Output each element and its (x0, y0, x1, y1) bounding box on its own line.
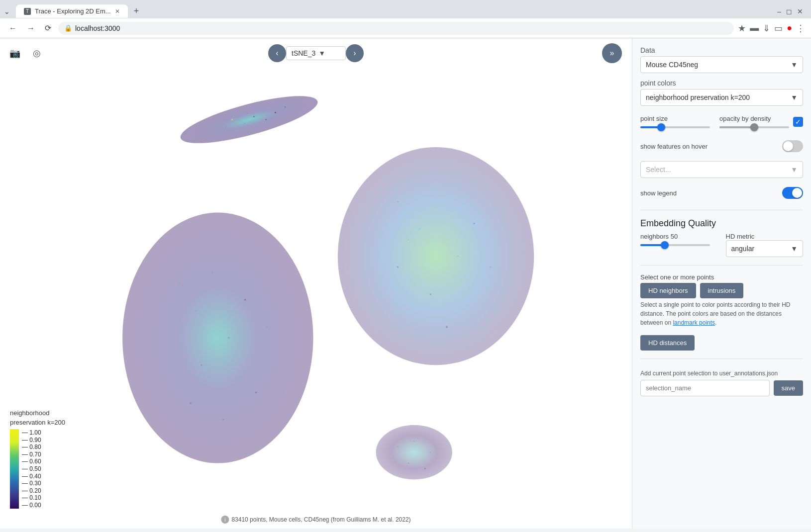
data-label: Data (640, 46, 803, 54)
svg-point-37 (430, 451, 431, 453)
point-size-slider[interactable] (640, 126, 710, 128)
svg-point-28 (473, 223, 475, 224)
neighbors-row: neighbors 50 HD metric angular ▼ (640, 233, 803, 257)
features-chevron-icon: ▼ (791, 166, 798, 174)
point-size-label: point size (640, 115, 710, 122)
svg-point-34 (376, 425, 452, 480)
tab-expand-icon[interactable]: ⌄ (4, 7, 10, 15)
features-placeholder: Select... (646, 166, 671, 174)
svg-point-29 (430, 294, 431, 295)
fast-forward-button[interactable]: » (602, 43, 622, 63)
save-button[interactable]: save (774, 380, 803, 396)
embedding-value: tSNE_3 (292, 49, 315, 57)
screenshot-button[interactable]: 📷 (6, 44, 24, 62)
menu-icon[interactable]: ⋮ (796, 23, 805, 34)
save-row: save (640, 380, 803, 396)
add-selection-label: Add current point selection to user_anno… (640, 369, 803, 378)
opacity-label: opacity by density (719, 115, 789, 122)
point-action-buttons: HD neighbors intrusions (640, 283, 803, 298)
active-tab[interactable]: T Trace - Exploring 2D Em... ✕ (16, 4, 128, 18)
svg-point-39 (424, 468, 426, 469)
legend-gradient-bar (10, 429, 19, 509)
reload-button[interactable]: ⟳ (42, 21, 54, 35)
svg-point-14 (196, 310, 197, 311)
new-tab-button[interactable]: + (130, 4, 143, 18)
status-bar: i 83410 points, Mouse cells, CD45neg (fr… (221, 516, 410, 524)
legend-val-040: — 0.40 (22, 473, 41, 480)
selection-name-input[interactable] (640, 380, 770, 396)
url-text: localhost:3000 (75, 24, 728, 32)
extensions-icon[interactable]: ▬ (750, 23, 759, 33)
forward-button[interactable]: → (24, 22, 38, 35)
hd-neighbors-button[interactable]: HD neighbors (640, 283, 696, 298)
svg-point-22 (266, 327, 267, 328)
divider-1 (640, 210, 803, 210)
svg-point-32 (446, 326, 447, 328)
show-legend-label: show legend (640, 189, 677, 197)
svg-point-16 (228, 337, 229, 338)
neighbors-slider[interactable] (640, 244, 710, 246)
svg-point-30 (397, 266, 399, 268)
legend-val-030: — 0.30 (22, 480, 41, 487)
legend-title-line2: preservation k=200 (10, 419, 65, 426)
opacity-slider[interactable] (719, 126, 789, 128)
embedding-dropdown[interactable]: tSNE_3 ▼ (286, 46, 346, 60)
profile-icon[interactable]: ▭ (774, 23, 783, 34)
show-legend-toggle[interactable] (782, 187, 803, 199)
hd-metric-dropdown[interactable]: angular ▼ (726, 240, 804, 257)
prev-embedding-button[interactable]: ‹ (268, 44, 286, 62)
hd-metric-value: angular (731, 245, 755, 253)
embedding-quality-title: Embedding Quality (640, 218, 803, 229)
svg-point-25 (419, 228, 420, 229)
minimize-btn[interactable]: – (777, 7, 781, 15)
legend-val-100: — 1.00 (22, 429, 41, 436)
point-colors-dropdown[interactable]: neighborhood preservation k=200 ▼ (640, 89, 803, 106)
intrusions-button[interactable]: intrusions (700, 283, 744, 298)
right-panel: Data Mouse CD45neg ▼ point colors neighb… (632, 38, 811, 529)
info-icon: i (221, 516, 229, 524)
color-legend: neighborhood preservation k=200 — 1.00 —… (10, 409, 65, 509)
opacity-checkbox[interactable]: ✓ (793, 117, 803, 127)
embedding-nav: ‹ tSNE_3 ▼ › (268, 44, 364, 62)
point-size-control: point size (640, 115, 710, 128)
opacity-control: opacity by density ✓ (719, 115, 803, 128)
hd-distances-section: HD distances (640, 335, 803, 351)
desc-text-after: . (715, 319, 716, 326)
download-icon[interactable]: ⇓ (763, 23, 770, 34)
toggle-knob (783, 141, 793, 151)
tab-close-btn[interactable]: ✕ (115, 8, 120, 15)
landmark-points-link[interactable]: landmark points (673, 319, 715, 326)
point-size-row: point size opacity by density (640, 115, 803, 128)
svg-point-21 (190, 402, 191, 404)
address-bar[interactable]: 🔒 localhost:3000 (58, 22, 734, 35)
data-dropdown[interactable]: Mouse CD45neg ▼ (640, 56, 803, 73)
legend-val-060: — 0.60 (22, 458, 41, 465)
show-legend-row: show legend (640, 187, 803, 199)
show-features-toggle[interactable] (782, 140, 803, 152)
close-btn[interactable]: ✕ (797, 7, 803, 15)
embedding-quality-section: Embedding Quality neighbors 50 HD metric… (640, 218, 803, 257)
back-button[interactable]: ← (6, 22, 20, 35)
svg-point-18 (201, 364, 202, 365)
scatter-plot[interactable] (0, 38, 632, 529)
hd-metric-chevron-icon: ▼ (791, 245, 798, 253)
hd-distances-button[interactable]: HD distances (640, 335, 695, 351)
embedding-chevron-icon: ▼ (318, 49, 325, 57)
svg-point-38 (408, 462, 409, 463)
legend-val-080: — 0.80 (22, 443, 41, 450)
hd-metric-label: HD metric (726, 233, 804, 240)
show-features-label: show features on hover (640, 143, 708, 150)
restore-btn[interactable]: ◻ (786, 7, 792, 15)
check-icon: ✓ (795, 118, 801, 126)
record-icon[interactable]: ● (787, 23, 792, 33)
bookmark-icon[interactable]: ★ (738, 23, 746, 34)
hd-metric-control: HD metric angular ▼ (726, 233, 804, 257)
svg-point-31 (490, 266, 491, 267)
svg-point-0 (177, 87, 321, 153)
svg-point-23 (338, 147, 534, 365)
target-button[interactable]: ◎ (28, 44, 46, 62)
next-embedding-button[interactable]: › (346, 44, 364, 62)
features-select[interactable]: Select... ▼ (640, 161, 803, 178)
legend-val-010: — 0.10 (22, 494, 41, 501)
viz-area: 📷 ◎ ‹ tSNE_3 ▼ › » (0, 38, 632, 529)
